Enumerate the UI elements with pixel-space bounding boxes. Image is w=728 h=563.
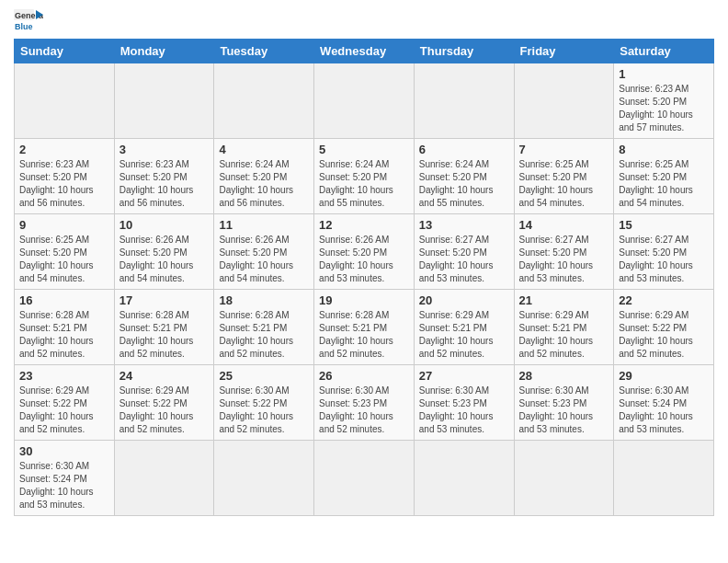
- calendar-cell: [414, 63, 514, 139]
- calendar-cell: 12Sunrise: 6:26 AM Sunset: 5:20 PM Dayli…: [314, 214, 415, 290]
- week-row-1: 2Sunrise: 6:23 AM Sunset: 5:20 PM Daylig…: [15, 139, 714, 214]
- calendar-cell: 6Sunrise: 6:24 AM Sunset: 5:20 PM Daylig…: [414, 139, 514, 214]
- calendar-cell: [214, 441, 314, 516]
- day-number: 10: [119, 218, 210, 232]
- day-info: Sunrise: 6:24 AM Sunset: 5:20 PM Dayligh…: [319, 158, 409, 210]
- calendar-cell: 14Sunrise: 6:27 AM Sunset: 5:20 PM Dayli…: [514, 214, 614, 290]
- calendar-cell: 5Sunrise: 6:24 AM Sunset: 5:20 PM Daylig…: [314, 139, 415, 214]
- day-number: 8: [619, 143, 709, 156]
- day-number: 30: [19, 444, 109, 458]
- calendar-cell: 9Sunrise: 6:25 AM Sunset: 5:20 PM Daylig…: [15, 214, 115, 290]
- calendar-cell: 8Sunrise: 6:25 AM Sunset: 5:20 PM Daylig…: [614, 139, 714, 214]
- day-number: 11: [219, 218, 309, 232]
- logo: General Blue: [14, 9, 43, 33]
- day-number: 24: [119, 369, 210, 383]
- calendar-cell: 4Sunrise: 6:24 AM Sunset: 5:20 PM Daylig…: [214, 139, 314, 214]
- calendar-cell: 7Sunrise: 6:25 AM Sunset: 5:20 PM Daylig…: [514, 139, 614, 214]
- day-info: Sunrise: 6:29 AM Sunset: 5:22 PM Dayligh…: [19, 385, 109, 436]
- svg-text:Blue: Blue: [15, 22, 33, 31]
- day-number: 17: [119, 293, 210, 307]
- calendar-table: SundayMondayTuesdayWednesdayThursdayFrid…: [14, 39, 714, 516]
- header-row: SundayMondayTuesdayWednesdayThursdayFrid…: [15, 40, 714, 63]
- day-info: Sunrise: 6:30 AM Sunset: 5:24 PM Dayligh…: [19, 460, 109, 511]
- calendar-cell: 21Sunrise: 6:29 AM Sunset: 5:21 PM Dayli…: [514, 290, 614, 365]
- week-row-4: 23Sunrise: 6:29 AM Sunset: 5:22 PM Dayli…: [15, 365, 714, 441]
- day-number: 4: [219, 143, 309, 156]
- day-info: Sunrise: 6:28 AM Sunset: 5:21 PM Dayligh…: [119, 309, 210, 361]
- header-wednesday: Wednesday: [314, 40, 415, 63]
- week-row-0: 1Sunrise: 6:23 AM Sunset: 5:20 PM Daylig…: [15, 63, 714, 139]
- calendar-cell: [114, 63, 214, 139]
- day-number: 18: [219, 293, 309, 307]
- day-info: Sunrise: 6:27 AM Sunset: 5:20 PM Dayligh…: [419, 234, 509, 285]
- calendar-cell: 23Sunrise: 6:29 AM Sunset: 5:22 PM Dayli…: [15, 365, 115, 441]
- calendar-cell: 28Sunrise: 6:30 AM Sunset: 5:23 PM Dayli…: [514, 365, 614, 441]
- day-number: 1: [619, 67, 709, 81]
- day-info: Sunrise: 6:24 AM Sunset: 5:20 PM Dayligh…: [419, 158, 509, 210]
- header-saturday: Saturday: [614, 40, 714, 63]
- day-info: Sunrise: 6:29 AM Sunset: 5:21 PM Dayligh…: [519, 309, 609, 361]
- day-info: Sunrise: 6:28 AM Sunset: 5:21 PM Dayligh…: [19, 309, 109, 361]
- calendar-cell: [514, 441, 614, 516]
- header-tuesday: Tuesday: [214, 40, 314, 63]
- calendar-cell: 30Sunrise: 6:30 AM Sunset: 5:24 PM Dayli…: [15, 441, 115, 516]
- calendar-cell: 11Sunrise: 6:26 AM Sunset: 5:20 PM Dayli…: [214, 214, 314, 290]
- day-info: Sunrise: 6:27 AM Sunset: 5:20 PM Dayligh…: [619, 234, 709, 285]
- day-number: 20: [419, 293, 509, 307]
- calendar-cell: 19Sunrise: 6:28 AM Sunset: 5:21 PM Dayli…: [314, 290, 415, 365]
- day-number: 28: [519, 369, 609, 383]
- calendar-cell: 17Sunrise: 6:28 AM Sunset: 5:21 PM Dayli…: [114, 290, 214, 365]
- day-info: Sunrise: 6:26 AM Sunset: 5:20 PM Dayligh…: [219, 234, 309, 285]
- calendar-cell: [214, 63, 314, 139]
- day-info: Sunrise: 6:28 AM Sunset: 5:21 PM Dayligh…: [319, 309, 409, 361]
- calendar-cell: 13Sunrise: 6:27 AM Sunset: 5:20 PM Dayli…: [414, 214, 514, 290]
- day-number: 23: [19, 369, 109, 383]
- day-number: 2: [19, 143, 109, 156]
- calendar-cell: [414, 441, 514, 516]
- calendar-cell: [314, 441, 415, 516]
- calendar-cell: [114, 441, 214, 516]
- calendar-cell: 18Sunrise: 6:28 AM Sunset: 5:21 PM Dayli…: [214, 290, 314, 365]
- calendar-cell: 27Sunrise: 6:30 AM Sunset: 5:23 PM Dayli…: [414, 365, 514, 441]
- calendar-cell: 15Sunrise: 6:27 AM Sunset: 5:20 PM Dayli…: [614, 214, 714, 290]
- calendar-cell: 29Sunrise: 6:30 AM Sunset: 5:24 PM Dayli…: [614, 365, 714, 441]
- day-info: Sunrise: 6:27 AM Sunset: 5:20 PM Dayligh…: [519, 234, 609, 285]
- day-number: 9: [19, 218, 109, 232]
- day-info: Sunrise: 6:26 AM Sunset: 5:20 PM Dayligh…: [119, 234, 210, 285]
- day-info: Sunrise: 6:30 AM Sunset: 5:24 PM Dayligh…: [619, 385, 709, 436]
- calendar-cell: 1Sunrise: 6:23 AM Sunset: 5:20 PM Daylig…: [614, 63, 714, 139]
- week-row-2: 9Sunrise: 6:25 AM Sunset: 5:20 PM Daylig…: [15, 214, 714, 290]
- calendar-cell: 25Sunrise: 6:30 AM Sunset: 5:22 PM Dayli…: [214, 365, 314, 441]
- week-row-3: 16Sunrise: 6:28 AM Sunset: 5:21 PM Dayli…: [15, 290, 714, 365]
- calendar-cell: 2Sunrise: 6:23 AM Sunset: 5:20 PM Daylig…: [15, 139, 115, 214]
- day-info: Sunrise: 6:25 AM Sunset: 5:20 PM Dayligh…: [519, 158, 609, 210]
- day-number: 27: [419, 369, 509, 383]
- header-thursday: Thursday: [414, 40, 514, 63]
- calendar-cell: 3Sunrise: 6:23 AM Sunset: 5:20 PM Daylig…: [114, 139, 214, 214]
- calendar-cell: 22Sunrise: 6:29 AM Sunset: 5:22 PM Dayli…: [614, 290, 714, 365]
- header-sunday: Sunday: [15, 40, 115, 63]
- day-number: 5: [319, 143, 409, 156]
- day-number: 14: [519, 218, 609, 232]
- day-number: 29: [619, 369, 709, 383]
- header-monday: Monday: [114, 40, 214, 63]
- day-number: 15: [619, 218, 709, 232]
- calendar-cell: 16Sunrise: 6:28 AM Sunset: 5:21 PM Dayli…: [15, 290, 115, 365]
- day-number: 12: [319, 218, 409, 232]
- day-info: Sunrise: 6:25 AM Sunset: 5:20 PM Dayligh…: [19, 234, 109, 285]
- day-number: 21: [519, 293, 609, 307]
- day-info: Sunrise: 6:30 AM Sunset: 5:23 PM Dayligh…: [519, 385, 609, 436]
- day-number: 7: [519, 143, 609, 156]
- header: General Blue: [14, 9, 714, 33]
- calendar-cell: 20Sunrise: 6:29 AM Sunset: 5:21 PM Dayli…: [414, 290, 514, 365]
- calendar-cell: [614, 441, 714, 516]
- day-info: Sunrise: 6:26 AM Sunset: 5:20 PM Dayligh…: [319, 234, 409, 285]
- calendar-cell: [15, 63, 115, 139]
- calendar-cell: [314, 63, 415, 139]
- day-number: 25: [219, 369, 309, 383]
- day-info: Sunrise: 6:25 AM Sunset: 5:20 PM Dayligh…: [619, 158, 709, 210]
- day-number: 26: [319, 369, 409, 383]
- week-row-5: 30Sunrise: 6:30 AM Sunset: 5:24 PM Dayli…: [15, 441, 714, 516]
- day-info: Sunrise: 6:23 AM Sunset: 5:20 PM Dayligh…: [619, 83, 709, 134]
- day-info: Sunrise: 6:30 AM Sunset: 5:23 PM Dayligh…: [319, 385, 409, 436]
